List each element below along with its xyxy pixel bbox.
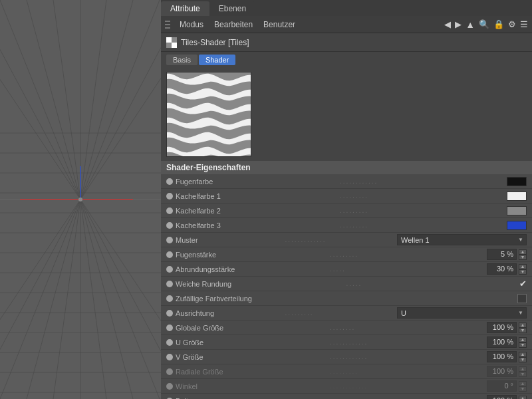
toolbar-icons: ◀ ▶ ▲ 🔍 🔒 ⚙ ☰: [444, 19, 528, 30]
prop-label: Abrundungsstärke: [176, 265, 330, 273]
fugenstaerke-input[interactable]: 5 %: [487, 249, 517, 260]
prop-value[interactable]: 100 % ▲ ▼: [487, 395, 527, 399]
spin-up[interactable]: ▲: [519, 337, 527, 342]
prop-dots: .........: [330, 368, 484, 375]
prop-muster[interactable]: Muster ............. Wellen 1: [161, 233, 532, 247]
menu-icon[interactable]: ☰: [520, 19, 528, 29]
prop-dot: [166, 339, 173, 346]
prop-value[interactable]: 100 % ▲ ▼: [487, 336, 527, 348]
prop-label: Delta: [176, 397, 330, 400]
spin-up[interactable]: ▲: [519, 264, 527, 269]
prop-dot: [166, 281, 173, 287]
spin-down[interactable]: ▼: [519, 357, 527, 362]
3d-viewport[interactable]: [0, 0, 161, 399]
globale-groesse-input[interactable]: 100 %: [487, 322, 517, 333]
spin-down: ▼: [519, 386, 527, 392]
toolbar-modus[interactable]: Modus: [177, 19, 206, 31]
spin-up[interactable]: ▲: [519, 352, 527, 357]
svg-point-40: [78, 198, 82, 201]
abrundungsstaerke-spinner[interactable]: ▲ ▼: [519, 264, 527, 275]
abrundungsstaerke-input[interactable]: 30 %: [487, 263, 517, 275]
prop-dots: .........: [285, 309, 395, 317]
spin-down[interactable]: ▼: [519, 328, 527, 333]
prop-kachelfarbe3[interactable]: Kachelfarbe 3 .........: [161, 218, 532, 233]
prop-value[interactable]: 5 % ▲ ▼: [487, 249, 527, 260]
prop-u-groesse[interactable]: U Größe ............ 100 % ▲ ▼: [161, 335, 532, 350]
prop-label: Fugenfarbe: [176, 178, 340, 186]
fugenstaerke-spinner[interactable]: ▲ ▼: [519, 249, 527, 260]
color-swatch-kachelfarbe3[interactable]: [507, 221, 527, 230]
prop-value[interactable]: [507, 221, 527, 230]
lock-icon[interactable]: 🔒: [493, 19, 504, 29]
tab-attribute[interactable]: Attribute: [161, 1, 209, 16]
prop-label: Weiche Rundung: [176, 280, 346, 288]
prop-value[interactable]: [507, 192, 527, 201]
spin-down[interactable]: ▼: [519, 342, 527, 348]
spin-up: ▲: [519, 381, 527, 386]
prop-value[interactable]: [517, 294, 527, 303]
v-groesse-input[interactable]: 100 %: [487, 351, 517, 362]
tab-ebenen[interactable]: Ebenen: [209, 1, 255, 16]
prop-kachelfarbe2[interactable]: Kachelfarbe 2 .........: [161, 203, 532, 218]
globale-groesse-spinner[interactable]: ▲ ▼: [519, 323, 527, 333]
prop-dot: [166, 295, 173, 302]
color-swatch-kachelfarbe2[interactable]: [507, 206, 527, 215]
prop-value[interactable]: ✔: [519, 279, 527, 289]
color-swatch-fugenfarbe[interactable]: [507, 177, 527, 186]
prop-fugenstaerke[interactable]: Fugenstärke ......... 5 % ▲ ▼: [161, 247, 532, 262]
spin-down[interactable]: ▼: [519, 269, 527, 275]
spin-down[interactable]: ▼: [519, 255, 527, 260]
toolbar-benutzer[interactable]: Benutzer: [261, 19, 298, 31]
sub-tab-shader[interactable]: Shader: [199, 55, 235, 65]
prop-kachelfarbe1[interactable]: Kachelfarbe 1 .........: [161, 189, 532, 203]
prop-globale-groesse[interactable]: Globale Größe ........ 100 % ▲ ▼: [161, 321, 532, 335]
spin-up[interactable]: ▲: [519, 249, 527, 255]
shader-preview[interactable]: [166, 72, 251, 157]
prop-value[interactable]: [507, 206, 527, 215]
zufaellige-farbverteilung-check[interactable]: [517, 294, 527, 303]
prop-weiche-rundung[interactable]: Weiche Rundung ..... ✔: [161, 277, 532, 291]
radiale-groesse-spinner: ▲ ▼: [519, 366, 527, 377]
delta-input[interactable]: 100 %: [487, 395, 517, 399]
u-groesse-spinner[interactable]: ▲ ▼: [519, 337, 527, 348]
prop-value[interactable]: Wellen 1: [397, 234, 527, 245]
prop-v-groesse[interactable]: V Größe ............ 100 % ▲ ▼: [161, 350, 532, 364]
u-groesse-input[interactable]: 100 %: [487, 336, 517, 348]
delta-spinner[interactable]: ▲ ▼: [519, 396, 527, 400]
radiale-groesse-input: 100 %: [487, 366, 517, 377]
sub-tab-basis[interactable]: Basis: [166, 55, 198, 65]
prop-label: Radiale Größe: [176, 368, 330, 376]
prop-value[interactable]: 30 % ▲ ▼: [487, 263, 527, 275]
prop-value[interactable]: U: [397, 307, 527, 319]
attribute-panel: Attribute Ebenen Modus Bearbeiten Benutz…: [161, 0, 532, 399]
prop-label: Fugenstärke: [176, 251, 330, 259]
back-icon[interactable]: ◀: [444, 19, 451, 29]
prop-value[interactable]: 100 % ▲ ▼: [487, 322, 527, 333]
prop-abrundungsstaerke[interactable]: Abrundungsstärke ..... 30 % ▲ ▼: [161, 262, 532, 277]
prop-dot: [166, 207, 173, 214]
home-icon[interactable]: ▲: [466, 19, 475, 30]
weiche-rundung-check[interactable]: ✔: [519, 279, 527, 289]
forward-icon[interactable]: ▶: [455, 19, 462, 29]
settings-icon[interactable]: ⚙: [508, 19, 516, 29]
prop-delta[interactable]: Delta ............. 100 % ▲ ▼: [161, 394, 532, 399]
tab-bar: Attribute Ebenen: [161, 0, 532, 16]
spin-up[interactable]: ▲: [519, 323, 527, 328]
v-groesse-spinner[interactable]: ▲ ▼: [519, 352, 527, 362]
muster-dropdown[interactable]: Wellen 1: [397, 234, 527, 245]
prop-ausrichtung[interactable]: Ausrichtung ......... U: [161, 306, 532, 321]
toolbar-bearbeiten[interactable]: Bearbeiten: [211, 19, 255, 31]
prop-dots: .....: [346, 280, 517, 287]
color-swatch-kachelfarbe1[interactable]: [507, 192, 527, 201]
search-icon[interactable]: 🔍: [479, 19, 489, 29]
prop-value[interactable]: 100 % ▲ ▼: [487, 351, 527, 362]
ausrichtung-dropdown[interactable]: U: [397, 307, 527, 319]
prop-dots: ............: [330, 382, 484, 390]
prop-label: Zufällige Farbverteilung: [176, 295, 345, 303]
spin-up[interactable]: ▲: [519, 396, 527, 400]
prop-dot: [166, 310, 173, 317]
prop-value[interactable]: [507, 177, 527, 186]
prop-zufaellige-farbverteilung[interactable]: Zufällige Farbverteilung: [161, 291, 532, 306]
properties-list: Fugenfarbe ............ Kachelfarbe 1 ..…: [161, 174, 532, 399]
prop-fugenfarbe[interactable]: Fugenfarbe ............: [161, 174, 532, 189]
